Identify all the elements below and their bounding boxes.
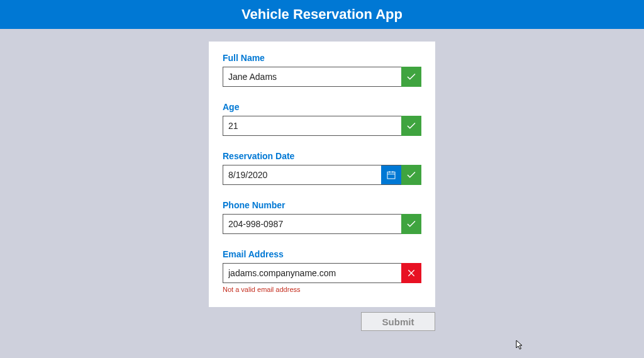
reservation-date-input-wrapper [223,165,401,185]
svg-rect-0 [387,172,395,179]
age-row [223,116,421,136]
app-title: Vehicle Reservation App [242,6,402,22]
check-icon [406,71,417,82]
email-error-text: Not a valid email address [223,286,421,293]
calendar-icon [386,170,396,180]
reservation-form: Full Name Age Reservation Date [209,42,435,307]
age-label: Age [223,102,421,112]
phone-number-row [223,214,421,234]
email-address-group: Email Address Not a valid email address [223,249,421,293]
email-address-input[interactable] [223,263,401,283]
full-name-label: Full Name [223,53,421,63]
email-address-status [401,263,421,283]
full-name-row [223,67,421,87]
full-name-status [401,67,421,87]
phone-number-group: Phone Number [223,200,421,234]
check-icon [406,218,417,230]
email-address-row [223,263,421,283]
submit-row: Submit [209,312,435,331]
check-icon [406,169,417,181]
phone-number-label: Phone Number [223,200,421,210]
age-input[interactable] [223,116,401,136]
reservation-date-status [401,165,421,185]
reservation-date-group: Reservation Date [223,151,421,185]
reservation-date-row [223,165,421,185]
phone-number-input[interactable] [223,214,401,234]
reservation-date-label: Reservation Date [223,151,421,161]
date-picker-button[interactable] [381,165,401,184]
full-name-input[interactable] [223,67,401,87]
reservation-date-input[interactable] [223,165,381,184]
x-icon [406,268,416,278]
full-name-group: Full Name [223,53,421,87]
submit-button[interactable]: Submit [361,312,435,331]
email-address-label: Email Address [223,249,421,259]
age-group: Age [223,102,421,136]
app-header: Vehicle Reservation App [0,0,644,29]
age-status [401,116,421,136]
phone-number-status [401,214,421,234]
check-icon [406,120,417,131]
cursor-icon [516,340,525,351]
